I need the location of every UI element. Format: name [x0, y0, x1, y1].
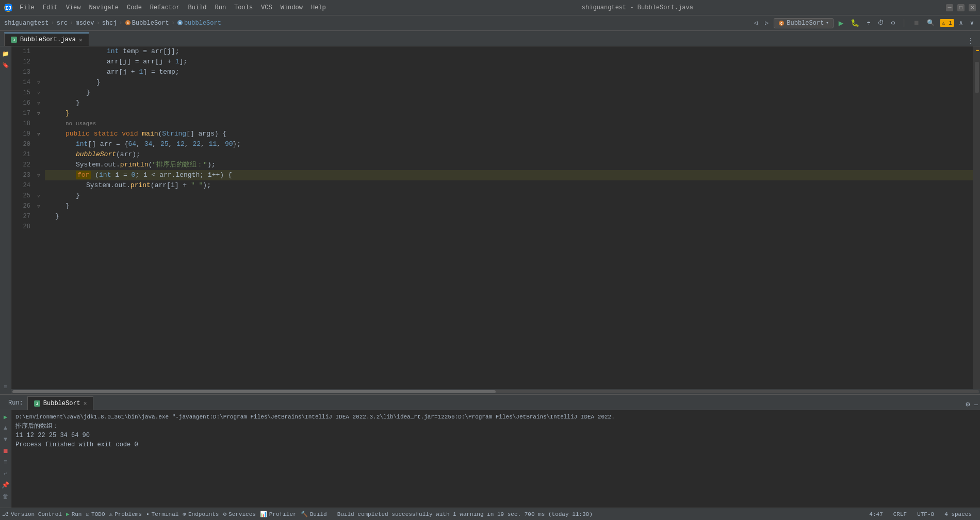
- tab-options[interactable]: ⋮: [966, 36, 976, 46]
- debug-button[interactable]: 🐛: [848, 18, 861, 28]
- breadcrumb-msdev[interactable]: msdev: [75, 20, 94, 27]
- status-run-tab[interactable]: ▶ Run: [64, 511, 84, 517]
- bottom-tab-bar: Run: J BubbleSort ✕ ⚙ ─: [0, 395, 980, 410]
- breadcrumb-src[interactable]: src: [57, 20, 68, 27]
- run-tab-close[interactable]: ✕: [84, 400, 87, 407]
- line-num-21: 21: [11, 149, 30, 160]
- gutter-17[interactable]: ▽: [35, 108, 43, 119]
- status-problems[interactable]: ⚠ Problems: [107, 511, 144, 517]
- run-scroll-up[interactable]: ▲: [1, 424, 10, 433]
- run-clear-button[interactable]: 🗑: [1, 492, 10, 501]
- close-button[interactable]: ✕: [969, 4, 976, 11]
- breadcrumb-shcj[interactable]: shcj: [102, 20, 117, 27]
- code-line-22: System.out.println("排序后的数组：");: [45, 160, 973, 170]
- title-bar: IJ File Edit View Navigate Code Refactor…: [0, 0, 980, 15]
- bottom-panel-content: ▶ ▲ ▼ ⏹ ≡ ↩ 📌 🗑 D:\Environment\Java\jdk1…: [0, 410, 980, 508]
- status-build[interactable]: 🔨 Build: [299, 511, 329, 517]
- gutter-23[interactable]: ▽: [35, 170, 43, 180]
- forward-button[interactable]: ▷: [763, 18, 771, 28]
- run-panel-minimize[interactable]: ─: [972, 400, 980, 410]
- nav-up[interactable]: ∧: [957, 18, 965, 28]
- gutter-28: [35, 222, 43, 232]
- status-services[interactable]: ⚙ Services: [221, 511, 257, 517]
- code-line-25: }: [45, 191, 973, 201]
- run-scroll-down[interactable]: ▼: [1, 435, 10, 444]
- svg-text:J: J: [13, 38, 15, 42]
- status-profiler[interactable]: 📊 Profiler: [258, 511, 299, 517]
- run-config[interactable]: C BubbleSort ▾: [774, 18, 833, 28]
- gutter-25[interactable]: ▽: [35, 191, 43, 201]
- run-button[interactable]: ▶: [837, 17, 846, 29]
- status-endpoints[interactable]: ⊕ Endpoints: [181, 511, 221, 517]
- line-num-17: 17: [11, 108, 30, 119]
- menu-build[interactable]: Build: [185, 3, 209, 12]
- run-panel-settings[interactable]: ⚙: [963, 399, 972, 410]
- gutter-12: [35, 57, 43, 67]
- tab-bubblesort[interactable]: J BubbleSort.java ✕: [4, 32, 89, 46]
- svg-text:J: J: [36, 401, 38, 406]
- sidebar-bookmark-icon[interactable]: 🔖: [1, 60, 11, 70]
- gutter-15[interactable]: ▽: [35, 88, 43, 98]
- menu-run[interactable]: Run: [211, 3, 229, 12]
- run-output-label: 排序后的数组：: [15, 422, 976, 431]
- toolbar: shiguangtest › src › msdev › shcj › CBub…: [0, 15, 980, 31]
- run-tab-bubblesort[interactable]: J BubbleSort ✕: [27, 396, 94, 410]
- maximize-button[interactable]: □: [957, 4, 965, 11]
- gutter-11: [35, 46, 43, 57]
- encoding-indicator[interactable]: UTF-8: [915, 511, 936, 517]
- code-line-21: bubbleSort(arr);: [45, 149, 973, 160]
- line-ending-indicator[interactable]: CRLF: [891, 511, 909, 517]
- gutter-14[interactable]: ▽: [35, 77, 43, 88]
- run-pin-button[interactable]: 📌: [1, 480, 10, 490]
- menu-help[interactable]: Help: [308, 3, 329, 12]
- tab-close-button[interactable]: ✕: [79, 37, 83, 43]
- code-line-16: }: [45, 98, 973, 108]
- menu-view[interactable]: View: [63, 3, 84, 12]
- run-filter-button[interactable]: ≡: [1, 458, 10, 467]
- sidebar-structure-icon[interactable]: ≡: [1, 382, 11, 392]
- warning-badge[interactable]: ⚠ 1: [940, 19, 954, 27]
- run-wrap-button[interactable]: ↩: [1, 469, 10, 478]
- gutter-26[interactable]: ▽: [35, 201, 43, 211]
- profile-button[interactable]: ⏱: [876, 18, 886, 28]
- more-run-options[interactable]: ⚙: [889, 18, 897, 28]
- breadcrumb-bubblesort[interactable]: CBubbleSort: [125, 20, 169, 27]
- indent-indicator[interactable]: 4 spaces: [942, 511, 974, 517]
- status-terminal[interactable]: ▪ Terminal: [144, 511, 181, 517]
- menu-window[interactable]: Window: [277, 3, 306, 12]
- stop-button[interactable]: ⏹: [911, 18, 922, 28]
- breadcrumb-project[interactable]: shiguangtest: [4, 20, 48, 27]
- menu-edit[interactable]: Edit: [40, 3, 61, 12]
- sidebar-project-icon[interactable]: 📁: [1, 48, 11, 59]
- status-version-control[interactable]: ⎇ Version Control: [0, 511, 64, 517]
- menu-code[interactable]: Code: [124, 3, 145, 12]
- coverage-button[interactable]: ☂: [864, 18, 872, 28]
- main-area: 📁 🔖 ≡ 11 12 13 14 15 16 17 18 ▶ 19 20 21: [0, 46, 980, 394]
- run-panel-toolbar: ▶ ▲ ▼ ⏹ ≡ ↩ 📌 🗑: [0, 410, 11, 508]
- code-editor[interactable]: int temp = arr[j]; arr[j] = arr[j + 1]; …: [43, 46, 973, 389]
- gutter-19[interactable]: ▽: [35, 129, 43, 139]
- scroll-thumb[interactable]: [975, 62, 979, 93]
- line-col-indicator[interactable]: 4:47: [867, 511, 885, 517]
- menu-vcs[interactable]: VCS: [258, 3, 275, 12]
- code-line-12: arr[j] = arr[j + 1];: [45, 57, 973, 67]
- status-todo[interactable]: ☑ TODO: [84, 511, 107, 517]
- run-stop-button[interactable]: ⏹: [1, 446, 10, 456]
- svg-text:IJ: IJ: [5, 6, 11, 11]
- h-scrollbar-thumb[interactable]: [12, 390, 496, 393]
- menu-tools[interactable]: Tools: [231, 3, 256, 12]
- code-line-26: }: [45, 201, 973, 211]
- right-scrollbar[interactable]: ▬: [973, 46, 980, 389]
- nav-down[interactable]: ∨: [968, 18, 976, 28]
- menu-refactor[interactable]: Refactor: [147, 3, 183, 12]
- run-restart-button[interactable]: ▶: [1, 412, 10, 422]
- back-button[interactable]: ◁: [752, 18, 760, 28]
- line-num-24: 24: [11, 180, 30, 191]
- gutter-16[interactable]: ▽: [35, 98, 43, 108]
- h-scrollbar[interactable]: [11, 389, 980, 394]
- minimize-button[interactable]: ─: [946, 4, 953, 11]
- menu-file[interactable]: File: [17, 3, 38, 12]
- search-everywhere[interactable]: 🔍: [925, 18, 937, 28]
- breadcrumb-method[interactable]: mbubbleSort: [177, 20, 221, 27]
- menu-navigate[interactable]: Navigate: [86, 3, 122, 12]
